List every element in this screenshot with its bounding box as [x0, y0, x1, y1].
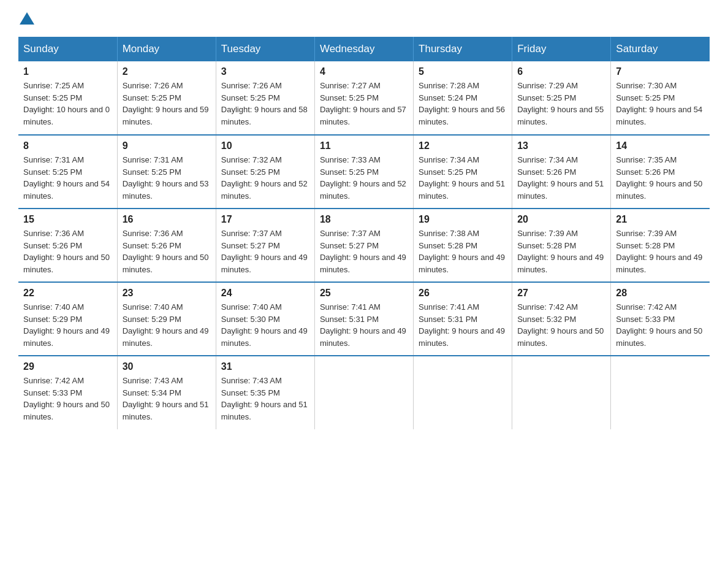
- day-number: 17: [221, 214, 309, 225]
- logo-triangle-icon: [20, 12, 34, 25]
- day-info: Sunrise: 7:42 AMSunset: 5:32 PMDaylight:…: [517, 301, 605, 349]
- calendar-header-row: SundayMondayTuesdayWednesdayThursdayFrid…: [18, 37, 710, 61]
- header-tuesday: Tuesday: [216, 37, 314, 61]
- day-info: Sunrise: 7:41 AMSunset: 5:31 PMDaylight:…: [320, 301, 408, 349]
- header-monday: Monday: [117, 37, 216, 61]
- day-info: Sunrise: 7:40 AMSunset: 5:29 PMDaylight:…: [23, 301, 112, 349]
- day-info: Sunrise: 7:31 AMSunset: 5:25 PMDaylight:…: [23, 154, 112, 202]
- day-info: Sunrise: 7:32 AMSunset: 5:25 PMDaylight:…: [221, 154, 309, 202]
- day-info: Sunrise: 7:38 AMSunset: 5:28 PMDaylight:…: [419, 228, 507, 275]
- day-number: 22: [23, 288, 112, 299]
- day-info: Sunrise: 7:25 AMSunset: 5:25 PMDaylight:…: [23, 80, 112, 128]
- day-info: Sunrise: 7:36 AMSunset: 5:26 PMDaylight:…: [23, 228, 112, 275]
- page-header: [18, 12, 710, 25]
- day-info: Sunrise: 7:42 AMSunset: 5:33 PMDaylight:…: [616, 301, 705, 349]
- calendar-cell: 19 Sunrise: 7:38 AMSunset: 5:28 PMDaylig…: [414, 209, 512, 282]
- calendar-cell: 5 Sunrise: 7:28 AMSunset: 5:24 PMDayligh…: [414, 61, 512, 135]
- day-number: 12: [419, 140, 507, 151]
- calendar-cell: 8 Sunrise: 7:31 AMSunset: 5:25 PMDayligh…: [18, 135, 117, 209]
- day-number: 5: [419, 66, 507, 77]
- day-number: 18: [320, 214, 408, 225]
- calendar-cell: 30 Sunrise: 7:43 AMSunset: 5:34 PMDaylig…: [117, 356, 216, 429]
- day-info: Sunrise: 7:43 AMSunset: 5:34 PMDaylight:…: [123, 375, 211, 423]
- day-number: 16: [123, 214, 211, 225]
- calendar-cell: 21 Sunrise: 7:39 AMSunset: 5:28 PMDaylig…: [611, 209, 710, 282]
- calendar-cell: 20 Sunrise: 7:39 AMSunset: 5:28 PMDaylig…: [512, 209, 611, 282]
- day-number: 25: [320, 288, 408, 299]
- calendar-cell: [512, 356, 611, 429]
- calendar-cell: 26 Sunrise: 7:41 AMSunset: 5:31 PMDaylig…: [414, 282, 512, 356]
- calendar-cell: 6 Sunrise: 7:29 AMSunset: 5:25 PMDayligh…: [512, 61, 611, 135]
- day-info: Sunrise: 7:42 AMSunset: 5:33 PMDaylight:…: [23, 375, 112, 423]
- day-info: Sunrise: 7:33 AMSunset: 5:25 PMDaylight:…: [320, 154, 408, 202]
- day-number: 10: [221, 140, 309, 151]
- calendar-cell: 15 Sunrise: 7:36 AMSunset: 5:26 PMDaylig…: [18, 209, 117, 282]
- header-friday: Friday: [512, 37, 611, 61]
- day-info: Sunrise: 7:40 AMSunset: 5:29 PMDaylight:…: [123, 301, 211, 349]
- calendar-cell: 17 Sunrise: 7:37 AMSunset: 5:27 PMDaylig…: [216, 209, 314, 282]
- calendar-cell: 27 Sunrise: 7:42 AMSunset: 5:32 PMDaylig…: [512, 282, 611, 356]
- day-info: Sunrise: 7:40 AMSunset: 5:30 PMDaylight:…: [221, 301, 309, 349]
- calendar-cell: 31 Sunrise: 7:43 AMSunset: 5:35 PMDaylig…: [216, 356, 314, 429]
- header-thursday: Thursday: [414, 37, 512, 61]
- calendar-cell: 14 Sunrise: 7:35 AMSunset: 5:26 PMDaylig…: [611, 135, 710, 209]
- calendar-cell: 13 Sunrise: 7:34 AMSunset: 5:26 PMDaylig…: [512, 135, 611, 209]
- day-number: 21: [616, 214, 705, 225]
- day-info: Sunrise: 7:31 AMSunset: 5:25 PMDaylight:…: [123, 154, 211, 202]
- day-number: 26: [419, 288, 507, 299]
- calendar-week-row: 29 Sunrise: 7:42 AMSunset: 5:33 PMDaylig…: [18, 356, 710, 429]
- day-info: Sunrise: 7:26 AMSunset: 5:25 PMDaylight:…: [221, 80, 309, 128]
- day-number: 8: [23, 140, 112, 151]
- day-info: Sunrise: 7:30 AMSunset: 5:25 PMDaylight:…: [616, 80, 705, 128]
- day-number: 4: [320, 66, 408, 77]
- calendar-cell: 23 Sunrise: 7:40 AMSunset: 5:29 PMDaylig…: [117, 282, 216, 356]
- day-info: Sunrise: 7:26 AMSunset: 5:25 PMDaylight:…: [123, 80, 211, 128]
- day-number: 3: [221, 66, 309, 77]
- calendar-week-row: 1 Sunrise: 7:25 AMSunset: 5:25 PMDayligh…: [18, 61, 710, 135]
- day-info: Sunrise: 7:37 AMSunset: 5:27 PMDaylight:…: [221, 228, 309, 275]
- calendar-cell: 12 Sunrise: 7:34 AMSunset: 5:25 PMDaylig…: [414, 135, 512, 209]
- day-info: Sunrise: 7:27 AMSunset: 5:25 PMDaylight:…: [320, 80, 408, 128]
- header-sunday: Sunday: [18, 37, 117, 61]
- day-number: 14: [616, 140, 705, 151]
- day-info: Sunrise: 7:41 AMSunset: 5:31 PMDaylight:…: [419, 301, 507, 349]
- day-info: Sunrise: 7:34 AMSunset: 5:25 PMDaylight:…: [419, 154, 507, 202]
- header-saturday: Saturday: [611, 37, 710, 61]
- calendar-cell: 16 Sunrise: 7:36 AMSunset: 5:26 PMDaylig…: [117, 209, 216, 282]
- day-info: Sunrise: 7:37 AMSunset: 5:27 PMDaylight:…: [320, 228, 408, 275]
- calendar-cell: 28 Sunrise: 7:42 AMSunset: 5:33 PMDaylig…: [611, 282, 710, 356]
- calendar-week-row: 15 Sunrise: 7:36 AMSunset: 5:26 PMDaylig…: [18, 209, 710, 282]
- calendar-cell: 29 Sunrise: 7:42 AMSunset: 5:33 PMDaylig…: [18, 356, 117, 429]
- day-number: 27: [517, 288, 605, 299]
- logo: [18, 12, 36, 25]
- day-number: 15: [23, 214, 112, 225]
- day-info: Sunrise: 7:34 AMSunset: 5:26 PMDaylight:…: [517, 154, 605, 202]
- day-info: Sunrise: 7:36 AMSunset: 5:26 PMDaylight:…: [123, 228, 211, 275]
- day-info: Sunrise: 7:29 AMSunset: 5:25 PMDaylight:…: [517, 80, 605, 128]
- calendar-cell: 2 Sunrise: 7:26 AMSunset: 5:25 PMDayligh…: [117, 61, 216, 135]
- day-number: 29: [23, 361, 112, 372]
- calendar-cell: 4 Sunrise: 7:27 AMSunset: 5:25 PMDayligh…: [314, 61, 413, 135]
- day-info: Sunrise: 7:43 AMSunset: 5:35 PMDaylight:…: [221, 375, 309, 423]
- day-number: 13: [517, 140, 605, 151]
- day-number: 11: [320, 140, 408, 151]
- calendar-week-row: 22 Sunrise: 7:40 AMSunset: 5:29 PMDaylig…: [18, 282, 710, 356]
- day-number: 6: [517, 66, 605, 77]
- day-number: 23: [123, 288, 211, 299]
- calendar-table: SundayMondayTuesdayWednesdayThursdayFrid…: [18, 37, 710, 429]
- day-info: Sunrise: 7:39 AMSunset: 5:28 PMDaylight:…: [616, 228, 705, 275]
- calendar-cell: 25 Sunrise: 7:41 AMSunset: 5:31 PMDaylig…: [314, 282, 413, 356]
- calendar-cell: 9 Sunrise: 7:31 AMSunset: 5:25 PMDayligh…: [117, 135, 216, 209]
- day-number: 31: [221, 361, 309, 372]
- calendar-cell: 7 Sunrise: 7:30 AMSunset: 5:25 PMDayligh…: [611, 61, 710, 135]
- header-wednesday: Wednesday: [314, 37, 413, 61]
- day-number: 9: [123, 140, 211, 151]
- calendar-cell: 10 Sunrise: 7:32 AMSunset: 5:25 PMDaylig…: [216, 135, 314, 209]
- day-number: 24: [221, 288, 309, 299]
- day-number: 1: [23, 66, 112, 77]
- day-number: 20: [517, 214, 605, 225]
- day-number: 30: [123, 361, 211, 372]
- calendar-cell: [611, 356, 710, 429]
- calendar-cell: 24 Sunrise: 7:40 AMSunset: 5:30 PMDaylig…: [216, 282, 314, 356]
- day-info: Sunrise: 7:39 AMSunset: 5:28 PMDaylight:…: [517, 228, 605, 275]
